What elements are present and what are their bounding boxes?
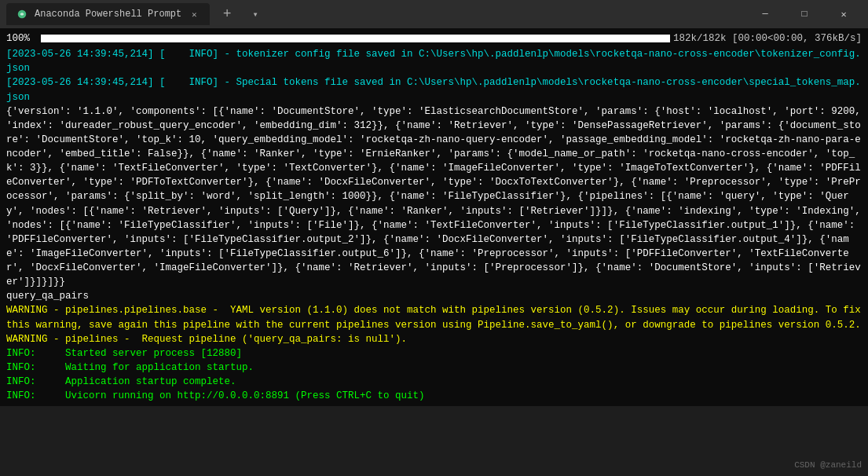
dropdown-button[interactable]: ▾ [244, 3, 266, 25]
progress-track [41, 35, 670, 42]
terminal-wrapper: 100% 182k/182k [00:00<00:00, 376kB/s] [2… [0, 28, 868, 476]
watermark: CSDN @zaneild [794, 460, 862, 470]
terminal-line-6: INFO: Started server process [12880] [6, 346, 862, 361]
terminal-line-0: [2023-05-26 14:39:45,214] [ INFO] - toke… [6, 47, 862, 75]
anaconda-icon [16, 8, 28, 20]
terminal-line-3: query_qa_pairs [6, 289, 862, 303]
terminal-line-9: INFO: Uvicorn running on http://0.0.0.0:… [6, 389, 862, 403]
terminal-content[interactable]: 100% 182k/182k [00:00<00:00, 376kB/s] [2… [0, 28, 868, 406]
title-bar-left: Anaconda Powershell Prompt ✕ + ▾ [6, 3, 747, 25]
active-tab[interactable]: Anaconda Powershell Prompt ✕ [6, 3, 210, 25]
terminal-line-2: {'version': '1.1.0', 'components': [{'na… [6, 104, 862, 290]
maximize-button[interactable]: □ [786, 2, 822, 27]
progress-bar-line: 100% 182k/182k [00:00<00:00, 376kB/s] [6, 31, 862, 46]
progress-info: 182k/182k [00:00<00:00, 376kB/s] [673, 31, 862, 46]
window-controls: ─ □ ✕ [747, 2, 862, 27]
tab-close-button[interactable]: ✕ [188, 8, 200, 20]
minimize-button[interactable]: ─ [747, 2, 783, 27]
terminal-line-5: WARNING - pipelines - Request pipeline (… [6, 332, 862, 346]
window: Anaconda Powershell Prompt ✕ + ▾ ─ □ ✕ 1… [0, 0, 868, 476]
terminal-line-4: WARNING - pipelines.pipelines.base - YAM… [6, 303, 862, 331]
terminal-line-8: INFO: Application startup complete. [6, 375, 862, 389]
terminal-line-7: INFO: Waiting for application startup. [6, 361, 862, 375]
tab-label: Anaconda Powershell Prompt [35, 9, 181, 20]
new-tab-button[interactable]: + [216, 3, 238, 25]
terminal-line-1: [2023-05-26 14:39:45,214] [ INFO] - Spec… [6, 75, 862, 104]
progress-pct: 100% [6, 31, 38, 46]
title-bar: Anaconda Powershell Prompt ✕ + ▾ ─ □ ✕ [0, 0, 868, 28]
terminal-lines: [2023-05-26 14:39:45,214] [ INFO] - toke… [6, 47, 862, 403]
progress-fill [41, 35, 670, 42]
close-button[interactable]: ✕ [826, 2, 862, 27]
